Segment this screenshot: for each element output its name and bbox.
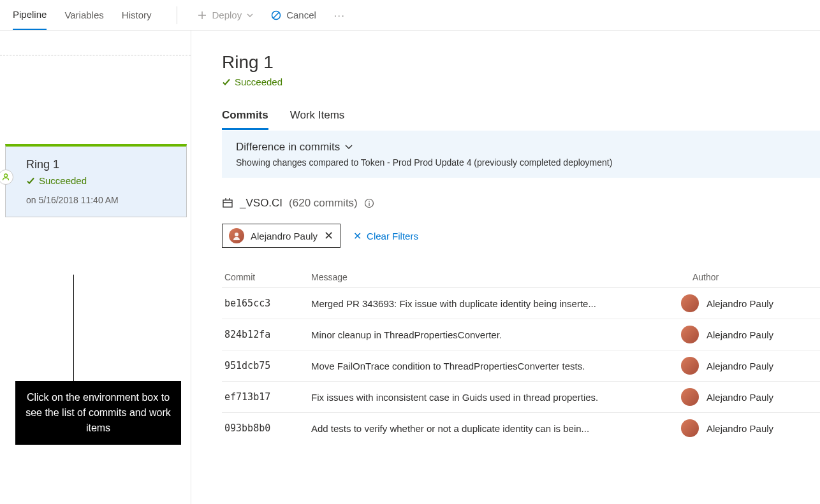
toolbar: Pipeline Variables History Deploy Cancel… — [0, 0, 820, 31]
toolbar-tabs: Pipeline Variables History — [13, 0, 151, 30]
repo-name: _VSO.CI — [240, 197, 282, 210]
svg-point-2 — [4, 174, 8, 177]
tab-commits[interactable]: Commits — [222, 109, 268, 130]
close-icon[interactable]: ✕ — [324, 229, 333, 243]
tab-history[interactable]: History — [122, 0, 152, 30]
left-panel: Ring 1 Succeeded on 5/16/2018 11:40 AM C… — [0, 31, 191, 504]
author-name: Alejandro Pauly — [707, 392, 773, 403]
table-row[interactable]: 093bb8b0Add tests to verify whether or n… — [222, 412, 820, 443]
repo-commit-count: (620 commits) — [289, 197, 358, 210]
svg-point-5 — [369, 201, 370, 202]
plus-icon — [198, 11, 207, 20]
avatar — [681, 388, 699, 406]
check-icon — [222, 78, 231, 87]
repo-line: _VSO.CI (620 commits) — [222, 197, 820, 210]
commits-table: Commit Message Author be165cc3Merged PR … — [222, 267, 820, 443]
author-name: Alejandro Pauly — [707, 329, 773, 340]
commit-author: Alejandro Pauly — [681, 419, 809, 437]
author-filter-chip[interactable]: Alejandro Pauly ✕ — [222, 224, 340, 248]
commit-hash: 951dcb75 — [222, 360, 311, 371]
filter-row: Alejandro Pauly ✕ ✕ Clear Filters — [222, 224, 820, 248]
author-name: Alejandro Pauly — [707, 361, 773, 371]
avatar — [681, 357, 699, 375]
clear-filters-button[interactable]: ✕ Clear Filters — [353, 230, 418, 242]
commit-message: Add tests to verify whether or not a dup… — [311, 423, 681, 434]
environment-card[interactable]: Ring 1 Succeeded on 5/16/2018 11:40 AM — [5, 144, 187, 217]
detail-title: Ring 1 — [222, 52, 820, 73]
deploy-button[interactable]: Deploy — [198, 10, 253, 20]
commit-hash: 824b12fa — [222, 329, 311, 340]
repo-icon — [222, 198, 233, 209]
more-menu[interactable]: ··· — [334, 10, 346, 20]
env-status-label: Succeeded — [39, 175, 87, 186]
toolbar-divider — [177, 6, 177, 24]
author-name: Alejandro Pauly — [707, 423, 773, 434]
prohibit-icon — [271, 10, 281, 20]
avatar — [681, 294, 699, 312]
close-icon: ✕ — [353, 230, 362, 242]
avatar — [681, 419, 699, 437]
svg-line-1 — [274, 12, 279, 17]
table-row[interactable]: 824b12faMinor cleanup in ThreadPropertie… — [222, 319, 820, 350]
commit-author: Alejandro Pauly — [681, 326, 809, 343]
avatar — [681, 326, 699, 343]
detail-status-label: Succeeded — [235, 76, 282, 87]
commit-author: Alejandro Pauly — [681, 357, 809, 375]
commit-message: Fix issues with inconsistent case in Gui… — [311, 392, 681, 403]
detail-status: Succeeded — [222, 76, 820, 87]
table-header: Commit Message Author — [222, 267, 820, 287]
cancel-button[interactable]: Cancel — [271, 10, 316, 20]
avatar — [229, 228, 244, 243]
callout-line — [73, 275, 74, 383]
commit-author: Alejandro Pauly — [681, 388, 809, 406]
chevron-down-icon — [345, 145, 353, 150]
header-message: Message — [311, 272, 692, 282]
env-timestamp: on 5/16/2018 11:40 AM — [26, 195, 175, 205]
header-commit: Commit — [222, 272, 311, 282]
table-row[interactable]: 951dcb75Move FailOnTrace condition to Th… — [222, 350, 820, 381]
clear-filters-label: Clear Filters — [367, 231, 418, 241]
env-status: Succeeded — [26, 175, 175, 186]
check-icon — [26, 176, 35, 185]
diff-subtitle: Showing changes compared to Token - Prod… — [236, 157, 806, 168]
table-row[interactable]: be165cc3Merged PR 343693: Fix issue with… — [222, 287, 820, 319]
commit-message: Move FailOnTrace condition to ThreadProp… — [311, 361, 681, 371]
diff-title-row[interactable]: Difference in commits — [236, 141, 806, 154]
info-icon[interactable] — [364, 198, 374, 208]
svg-rect-3 — [223, 200, 232, 207]
svg-rect-6 — [369, 203, 369, 206]
svg-point-7 — [235, 233, 238, 236]
env-title: Ring 1 — [26, 158, 175, 171]
deploy-label: Deploy — [212, 10, 242, 20]
diff-title-label: Difference in commits — [236, 141, 340, 154]
commit-hash: be165cc3 — [222, 298, 311, 309]
callout-box: Click on the environment box to see the … — [15, 381, 181, 445]
detail-tabs: Commits Work Items — [222, 109, 820, 131]
commit-hash: 093bb8b0 — [222, 422, 311, 434]
author-name: Alejandro Pauly — [707, 298, 773, 309]
filter-chip-label: Alejandro Pauly — [251, 231, 318, 241]
dashed-divider — [0, 55, 191, 55]
header-author: Author — [692, 272, 820, 282]
diff-banner: Difference in commits Showing changes co… — [222, 131, 820, 178]
commit-hash: ef713b17 — [222, 391, 311, 403]
commit-message: Minor cleanup in ThreadPropertiesConvert… — [311, 329, 681, 340]
chevron-down-icon — [247, 13, 253, 17]
cancel-label: Cancel — [286, 10, 316, 20]
detail-panel: Ring 1 Succeeded Commits Work Items Diff… — [191, 31, 820, 504]
tab-variables[interactable]: Variables — [64, 0, 103, 30]
tab-work-items[interactable]: Work Items — [290, 109, 345, 130]
user-circle-icon — [0, 169, 13, 185]
commit-message: Merged PR 343693: Fix issue with duplica… — [311, 298, 681, 309]
commit-author: Alejandro Pauly — [681, 294, 809, 312]
tab-pipeline[interactable]: Pipeline — [13, 0, 47, 30]
table-row[interactable]: ef713b17Fix issues with inconsistent cas… — [222, 381, 820, 412]
